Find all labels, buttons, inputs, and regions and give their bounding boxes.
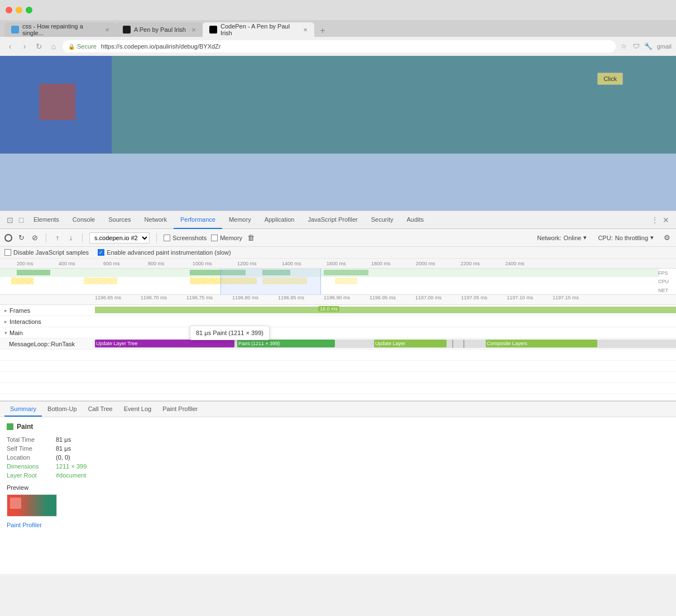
close-devtools-icon[interactable]: ✕ [660, 214, 672, 226]
msgloop-text: MessageLoop::RunTask [9, 341, 75, 347]
network-select[interactable]: Network: Online ▾ [537, 234, 587, 241]
address-input[interactable]: 🔒 Secure https://s.codepen.io/paulirish/… [63, 40, 616, 52]
tab-sources[interactable]: Sources [102, 211, 137, 229]
summary-tab[interactable]: Summary [4, 402, 42, 417]
home-button[interactable]: ⌂ [48, 41, 59, 52]
tabs-bar: css - How repainting a single... ✕ A Pen… [0, 20, 676, 37]
tab-js-profiler[interactable]: JavaScript Profiler [301, 211, 364, 229]
tab-security[interactable]: Security [365, 211, 400, 229]
paint-profiler-section: Paint Profiler [7, 521, 669, 529]
forward-button[interactable]: › [19, 41, 30, 52]
call-tree-tab[interactable]: Call Tree [83, 402, 118, 417]
empty-row4 [0, 383, 676, 394]
self-time-value: 81 μs [56, 445, 71, 452]
update-layer-tree-bar[interactable]: Update Layer Tree [95, 340, 234, 347]
teal-main-area: Click [112, 56, 676, 154]
detail-timeline[interactable]: 1196.65 ms 1196.70 ms 1196.75 ms 1196.80… [0, 295, 676, 401]
disable-js-checkbox[interactable] [4, 249, 11, 256]
tab-application[interactable]: Application [258, 211, 301, 229]
paint-profiler-link[interactable]: Paint Profiler [7, 522, 42, 528]
timeline-selection[interactable] [220, 269, 321, 294]
dimensions-label: Dimensions [7, 463, 51, 470]
fps-label: FPS [658, 270, 674, 276]
update-layer-bar[interactable]: Update Layer [374, 340, 447, 347]
trash-button[interactable]: 🗑 [247, 233, 256, 242]
dtick-2: 1196.75 ms [186, 295, 213, 300]
composite-layers-bar[interactable]: Composite Layers [486, 340, 597, 347]
tick-2200: 2200 ms [461, 261, 480, 266]
tab-pen[interactable]: A Pen by Paul Irish ✕ [116, 22, 203, 37]
bookmark-button[interactable]: ☆ [619, 41, 629, 51]
tab-network[interactable]: Network [138, 211, 174, 229]
more-tabs-icon[interactable]: ⋮ [649, 214, 660, 226]
inspect-icon[interactable]: ⊡ [4, 214, 16, 226]
fps-area [0, 269, 659, 277]
download-button[interactable]: ↓ [66, 233, 75, 242]
upload-button[interactable]: ↑ [53, 233, 62, 242]
dimensions-value: 1211 × 399 [56, 463, 87, 470]
msgloop-row: MessageLoop::RunTask Update Layer Tree P… [0, 338, 676, 350]
clear-button[interactable]: ⊘ [30, 233, 39, 242]
network-chevron-icon: ▾ [583, 234, 587, 241]
frames-expand[interactable]: ▸ [4, 308, 7, 313]
tab-css[interactable]: css - How repainting a single... ✕ [4, 22, 116, 37]
tab-audits[interactable]: Audits [400, 211, 430, 229]
refresh-button[interactable]: ↻ [33, 41, 45, 52]
ext2-button[interactable]: 🔧 [644, 41, 654, 51]
timeline-overview[interactable]: 200 ms 400 ms 600 ms 800 ms 1000 ms 1200… [0, 259, 676, 295]
enable-paint-check[interactable]: Enable advanced paint instrumentation (s… [98, 249, 231, 256]
cpu-select[interactable]: CPU: No throttling ▾ [598, 234, 654, 241]
paint-bar[interactable]: Paint (1211 × 399) [237, 340, 335, 347]
tick-600: 600 ms [103, 261, 120, 266]
tab-codepen[interactable]: CodePen - A Pen by Paul Irish ✕ [203, 22, 314, 37]
device-icon[interactable]: □ [16, 214, 27, 226]
tab-close-codepen[interactable]: ✕ [303, 27, 308, 33]
settings-gear-icon[interactable]: ⚙ [663, 233, 672, 242]
ext1-button[interactable]: 🛡 [631, 41, 641, 51]
traffic-lights [6, 7, 32, 13]
tab-elements[interactable]: Elements [27, 211, 66, 229]
cpu-bar2 [84, 278, 117, 284]
screenshots-checkbox-box[interactable] [164, 235, 170, 241]
minimize-button[interactable] [16, 7, 22, 13]
preview-inner [10, 498, 21, 509]
dtick-6: 1196.95 ms [370, 295, 396, 300]
disable-js-samples-check[interactable]: Disable JavaScript samples [4, 249, 89, 256]
close-button[interactable] [6, 7, 12, 13]
record-button[interactable] [4, 234, 12, 242]
cpu-bar5 [335, 278, 357, 284]
memory-checkbox[interactable]: Memory [211, 235, 242, 241]
main-expand[interactable]: ▾ [4, 330, 7, 336]
screenshots-checkbox[interactable]: Screenshots [164, 235, 207, 241]
new-tab-button[interactable]: + [317, 25, 329, 37]
back-button[interactable]: ‹ [4, 41, 16, 52]
memory-checkbox-box[interactable] [211, 235, 218, 241]
tab-performance[interactable]: Performance [174, 211, 222, 229]
dtick-4: 1196.85 ms [278, 295, 304, 300]
tab-console[interactable]: Console [66, 211, 102, 229]
tab-close-css[interactable]: ✕ [105, 27, 109, 33]
click-button[interactable]: Click [597, 73, 623, 85]
frames-content: 16.0 ms [95, 305, 676, 316]
interactions-expand[interactable]: ▸ [4, 319, 7, 324]
event-log-tab[interactable]: Event Log [118, 402, 157, 417]
ruler-ticks-area: 1196.65 ms 1196.70 ms 1196.75 ms 1196.80… [95, 295, 676, 305]
dtick-7: 1197.00 ms [415, 295, 442, 300]
tick-2400: 2400 ms [505, 261, 525, 266]
frames-bar [95, 307, 676, 313]
paint-profiler-tab[interactable]: Paint Profiler [157, 402, 203, 417]
frames-label: ▸ Frames [0, 307, 95, 314]
tab-memory[interactable]: Memory [222, 211, 258, 229]
address-url: https://s.codepen.io/paulirish/debug/BYX… [101, 43, 221, 50]
refresh-record-button[interactable]: ↻ [17, 233, 26, 242]
source-select[interactable]: s.codepen.io #2 [89, 232, 150, 243]
maximize-button[interactable] [26, 7, 32, 13]
enable-paint-checkbox[interactable] [98, 249, 104, 256]
summary-title: Paint [7, 423, 669, 431]
self-time-row: Self Time 81 μs [7, 445, 669, 452]
cpu-value: No throttling [615, 235, 648, 241]
tab-close-pen[interactable]: ✕ [191, 27, 196, 33]
devtools-toolbar: ↻ ⊘ ↑ ↓ s.codepen.io #2 Screenshots Memo… [0, 229, 676, 247]
composite-layers-label: Composite Layers [487, 341, 528, 346]
bottom-up-tab[interactable]: Bottom-Up [42, 402, 83, 417]
